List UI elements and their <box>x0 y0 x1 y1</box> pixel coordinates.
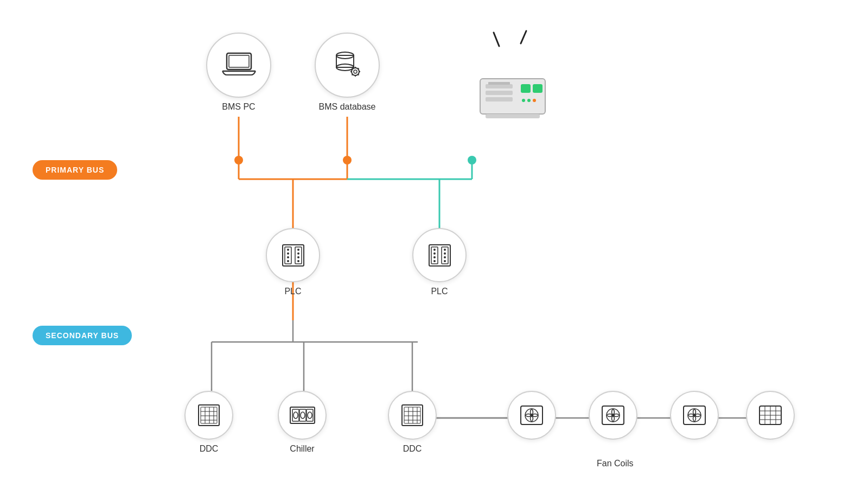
svg-rect-44 <box>521 84 531 93</box>
svg-point-48 <box>533 99 536 102</box>
svg-rect-74 <box>201 407 217 423</box>
ddc2-label: DDC <box>403 444 422 454</box>
svg-point-53 <box>287 249 289 251</box>
svg-line-38 <box>494 33 499 46</box>
svg-rect-49 <box>486 114 540 118</box>
svg-point-87 <box>308 412 312 419</box>
svg-point-83 <box>293 412 298 419</box>
fancoil3-circle <box>670 391 719 440</box>
fancoil4-circle <box>746 391 795 440</box>
chiller-circle <box>278 391 327 440</box>
svg-point-61 <box>297 260 299 262</box>
svg-point-56 <box>287 260 289 262</box>
plc1-label: PLC <box>284 287 301 296</box>
svg-rect-89 <box>404 407 420 423</box>
svg-point-71 <box>444 256 446 258</box>
svg-point-66 <box>433 256 436 258</box>
svg-rect-45 <box>533 84 542 93</box>
svg-point-4 <box>343 156 352 164</box>
svg-point-67 <box>433 260 436 262</box>
svg-rect-73 <box>199 405 219 426</box>
svg-point-58 <box>297 249 299 251</box>
plc2-label: PLC <box>431 287 448 296</box>
ddc1-label: DDC <box>200 444 219 454</box>
svg-point-64 <box>433 249 436 251</box>
svg-point-60 <box>297 256 299 258</box>
ddc2-circle <box>388 391 437 440</box>
svg-point-104 <box>693 414 696 417</box>
svg-point-5 <box>468 156 476 164</box>
diagram-container: PRIMARY BUS SECONDARY BUS <box>0 0 868 488</box>
primary-bus-label: PRIMARY BUS <box>33 160 117 180</box>
secondary-bus-label: SECONDARY BUS <box>33 326 132 345</box>
svg-point-85 <box>301 412 305 419</box>
svg-rect-51 <box>283 245 304 266</box>
fancoil1-node <box>507 391 556 440</box>
svg-point-98 <box>530 414 533 417</box>
bms-database-circle <box>315 33 380 98</box>
svg-point-3 <box>234 156 243 164</box>
ddc1-circle <box>184 391 233 440</box>
svg-rect-50 <box>488 82 510 85</box>
fancoil3-node <box>670 391 719 440</box>
plc1-circle <box>266 228 320 282</box>
svg-rect-62 <box>429 245 450 266</box>
plc2-circle <box>412 228 467 282</box>
svg-rect-23 <box>229 55 249 67</box>
svg-point-101 <box>611 414 615 417</box>
chiller-label: Chiller <box>290 444 314 454</box>
svg-rect-42 <box>486 91 513 95</box>
fan-coils-label: Fan Coils <box>597 459 634 468</box>
svg-rect-41 <box>486 84 513 88</box>
fancoil4-node <box>746 391 795 440</box>
bms-pc-circle <box>206 33 271 98</box>
svg-rect-43 <box>486 97 513 102</box>
svg-point-47 <box>527 99 531 102</box>
svg-point-65 <box>433 252 436 255</box>
svg-point-55 <box>287 256 289 258</box>
plc2-node: PLC <box>412 228 467 296</box>
fancoil1-circle <box>507 391 556 440</box>
svg-rect-88 <box>402 405 423 426</box>
ddc1-node: DDC <box>184 391 233 454</box>
fancoil2-circle <box>589 391 637 440</box>
fan-coils-label-container: Fan Coils <box>597 459 634 468</box>
fancoil2-node <box>589 391 637 440</box>
bms-database-label: BMS database <box>319 102 376 112</box>
plc1-node: PLC <box>266 228 320 296</box>
ddc2-node: DDC <box>388 391 437 454</box>
svg-point-70 <box>444 252 446 255</box>
router-device <box>456 30 564 141</box>
bms-pc-label: BMS PC <box>222 102 255 112</box>
bms-database-node: BMS database <box>315 33 380 112</box>
svg-point-54 <box>287 252 289 255</box>
svg-point-59 <box>297 252 299 255</box>
svg-point-69 <box>444 249 446 251</box>
svg-point-46 <box>522 99 525 102</box>
chiller-node: Chiller <box>278 391 327 454</box>
svg-point-72 <box>444 260 446 262</box>
svg-line-39 <box>521 31 526 43</box>
bms-pc-node: BMS PC <box>206 33 271 112</box>
svg-point-29 <box>354 70 357 73</box>
